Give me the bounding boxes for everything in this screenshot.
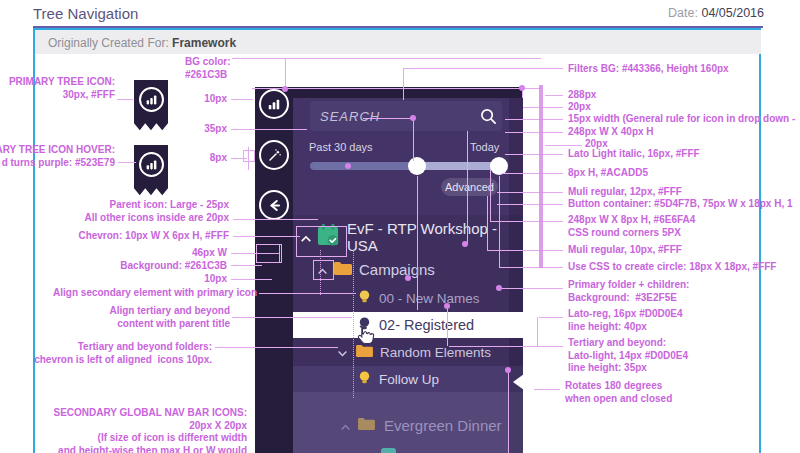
folder-muted-icon xyxy=(357,416,376,434)
spec-box xyxy=(296,226,347,257)
spec-line xyxy=(231,265,262,266)
spec-line xyxy=(490,221,563,222)
bar-chart-icon xyxy=(139,87,164,112)
tree-item-label: 02- Registered xyxy=(379,317,474,333)
annotation-20px: 20px xyxy=(568,101,591,114)
date-label: Date: xyxy=(668,6,698,20)
annotation-handle-circle: Use CSS to create circle: 18px X 18px, #… xyxy=(568,261,776,274)
spec-dotted-guide xyxy=(353,250,354,398)
spec-line xyxy=(539,317,563,318)
meta-value: Framework xyxy=(172,36,236,50)
tree-item-label: Evergreen Dinner xyxy=(384,417,502,434)
spec-line xyxy=(117,99,133,100)
slider-track[interactable] xyxy=(310,162,418,170)
spec-line xyxy=(233,236,300,237)
spec-line xyxy=(499,267,563,268)
spec-box xyxy=(313,260,334,280)
annotation-primary-tree-icon: PRIMARY TREE ICON: 30px, #FFF xyxy=(9,76,115,101)
folder-icon xyxy=(333,260,353,279)
partial-item-sliver xyxy=(381,448,396,453)
spec-dot xyxy=(444,303,450,309)
spec-measure-bar xyxy=(539,85,543,268)
spec-dot xyxy=(505,367,511,373)
annotation-parent-icon: Parent icon: Large - 25px All other icon… xyxy=(85,199,230,224)
search-input[interactable] xyxy=(310,101,502,131)
spec-line xyxy=(417,176,418,310)
annotation-track-size: 248px W X 8px H, #6E6FA4 CSS round corne… xyxy=(568,214,695,239)
spec-line xyxy=(413,118,414,161)
tree-item-label: EvF - RTP Workshop - USA xyxy=(347,220,523,254)
spec-line xyxy=(497,204,563,205)
annotation-bg-color: BG color: #261C3B xyxy=(185,56,231,81)
spec-line xyxy=(252,88,541,89)
tree-row-evergreen[interactable]: Evergreen Dinner xyxy=(293,410,523,440)
spec-page: Tree Navigation Date: 04/05/2016 Origina… xyxy=(0,0,800,453)
tree-item-label: Follow Up xyxy=(379,372,439,387)
primary-tree-icon[interactable] xyxy=(259,89,289,119)
hand-cursor-icon xyxy=(352,322,376,348)
bar-chart-icon xyxy=(139,152,164,177)
annotation-10px-2: 10px xyxy=(204,273,227,286)
spec-line xyxy=(487,196,488,250)
annotation-align-secondary: Align secondary element with primary ico… xyxy=(53,287,257,300)
lightbulb-icon xyxy=(357,289,372,308)
annotation-primary-folder-bg: Primary folder + children: Background: #… xyxy=(568,279,689,304)
annotation-secondary-global-nav: SECONDARY GLOBAL NAV BAR ICONS: 20px X 2… xyxy=(53,407,247,453)
page-title: Tree Navigation xyxy=(33,5,138,22)
tree-item-label: Campaigns xyxy=(359,261,435,278)
primary-tree-icon-hover-sample xyxy=(134,145,168,199)
meta-label: Originally Created For: xyxy=(48,36,169,50)
spec-line xyxy=(231,99,253,100)
annotation-rotates: Rotates 180 degrees when open and closed xyxy=(565,380,672,405)
annotation-chevron-size: Chevron: 10px W X 6px H, #FFF xyxy=(78,230,229,243)
spec-line xyxy=(499,176,500,267)
spec-line xyxy=(502,173,563,174)
annotation-tree-icon-hover: ARY TREE ICON HOVER: d turns purple: #52… xyxy=(0,144,115,169)
spec-line xyxy=(449,346,563,347)
spec-line xyxy=(467,131,468,244)
spec-line xyxy=(259,293,356,294)
primary-tree-icon-sample xyxy=(134,80,168,134)
spec-box xyxy=(256,244,282,263)
panel-edge-shade xyxy=(509,338,523,453)
spec-line xyxy=(232,58,541,59)
spec-line xyxy=(505,132,563,133)
chevron-down-icon[interactable] xyxy=(337,345,348,360)
tree-row-random-elements[interactable]: Random Elements xyxy=(293,338,523,366)
tree-row-new-names[interactable]: 00 - New Names xyxy=(293,284,523,312)
annotation-label-font: Muli regular, 12px, #FFF xyxy=(568,186,682,199)
spec-dot xyxy=(345,163,351,169)
spec-line xyxy=(403,68,404,100)
annotation-filters-bg: Filters BG: #443366, Height 160px xyxy=(568,63,729,76)
spec-line xyxy=(118,162,136,163)
spec-line xyxy=(523,107,563,108)
annotation-tertiary-folders: Tertiary and beyond folders: chevron is … xyxy=(34,341,212,366)
back-arrow-icon[interactable] xyxy=(259,190,289,220)
range-start-label: Past 30 days xyxy=(309,141,373,153)
panel-edge-shade xyxy=(509,98,523,312)
spec-dot xyxy=(519,85,525,91)
spec-line xyxy=(505,154,563,155)
spec-line xyxy=(233,219,318,220)
search-icon[interactable] xyxy=(480,108,497,125)
annotation-10px: 10px xyxy=(204,93,227,106)
meta-text: Originally Created For: Framework xyxy=(48,36,236,50)
annotation-track-light: 8px H, #ACADD5 xyxy=(568,167,648,180)
chevron-up-icon[interactable] xyxy=(340,417,351,434)
slider-handle-left[interactable] xyxy=(408,157,426,175)
spec-dot xyxy=(462,241,468,247)
spec-line xyxy=(501,288,563,289)
spec-line xyxy=(231,279,272,280)
annotation-tertiary-font: Tertiary and beyond: Lato-light, 14px #D… xyxy=(568,337,688,375)
tree-row-registered[interactable]: 02- Registered xyxy=(293,312,523,338)
annotation-8px: 8px xyxy=(210,152,227,165)
annotation-secondary-font: Lato-reg, 16px #D0D0E4 line height: 40px xyxy=(568,308,683,333)
annotation-button-font: Muli regular, 10px, #FFF xyxy=(568,244,682,257)
annotation-search-font: Lato Light italic, 16px, #FFF xyxy=(568,148,700,161)
annotation-288px: 288px xyxy=(568,89,596,102)
tree-row-follow-up[interactable]: Follow Up xyxy=(293,366,523,392)
tree-item-label: 00 - New Names xyxy=(379,291,480,306)
annotation-35px: 35px xyxy=(204,123,227,136)
magic-wand-icon[interactable] xyxy=(259,140,289,170)
spec-line xyxy=(497,192,563,193)
